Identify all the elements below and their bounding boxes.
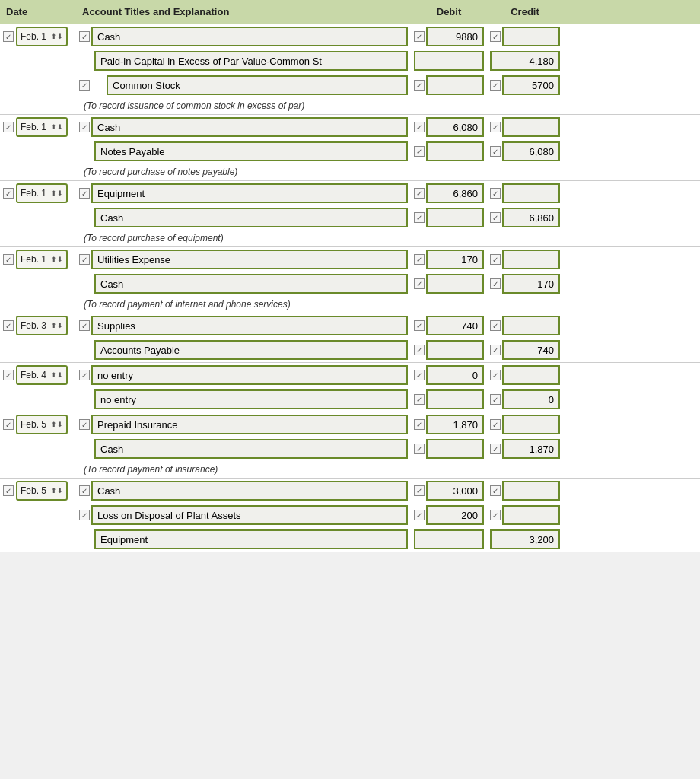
credit-input-5-0[interactable] <box>502 365 560 385</box>
check-credit-1-1[interactable] <box>490 146 501 157</box>
check-debit-2-1[interactable] <box>414 212 425 223</box>
credit-input-6-1[interactable]: 1,870 <box>502 439 560 459</box>
account-input-5-1[interactable]: no entry <box>94 390 408 409</box>
debit-input-6-0[interactable]: 1,870 <box>426 415 484 434</box>
debit-input-0-0[interactable]: 9880 <box>426 27 484 46</box>
check-credit-7-0[interactable] <box>490 485 501 496</box>
check-date-outer-5-0[interactable] <box>3 370 14 380</box>
check-acct-3-0[interactable] <box>79 254 90 265</box>
check-debit-7-0[interactable] <box>414 485 425 496</box>
check-credit-3-0[interactable] <box>490 254 501 265</box>
account-input-0-0[interactable]: Cash <box>91 27 408 46</box>
check-debit-4-1[interactable] <box>414 345 425 355</box>
check-credit-7-1[interactable] <box>490 510 501 520</box>
check-acct-7-0[interactable] <box>79 485 90 496</box>
check-date-outer-7-0[interactable] <box>3 485 14 496</box>
check-debit-0-2[interactable] <box>414 80 425 91</box>
check-debit-1-0[interactable] <box>414 122 425 132</box>
credit-input-2-1[interactable]: 6,860 <box>502 208 560 227</box>
check-debit-4-0[interactable] <box>414 320 425 331</box>
account-input-4-1[interactable]: Accounts Payable <box>94 340 408 360</box>
check-debit-3-0[interactable] <box>414 254 425 265</box>
check-acct-0-2[interactable] <box>79 80 90 91</box>
account-input-1-0[interactable]: Cash <box>91 117 408 137</box>
credit-input-7-1[interactable] <box>502 505 560 525</box>
account-input-6-0[interactable]: Prepaid Insurance <box>91 415 408 434</box>
credit-input-2-0[interactable] <box>502 183 560 203</box>
check-debit-1-1[interactable] <box>414 146 425 157</box>
check-debit-5-1[interactable] <box>414 394 425 405</box>
debit-input-7-1[interactable]: 200 <box>426 505 484 525</box>
debit-input-6-1[interactable] <box>426 439 484 459</box>
credit-input-4-1[interactable]: 740 <box>502 340 560 360</box>
check-credit-0-0[interactable] <box>490 31 501 42</box>
account-input-0-2[interactable]: Common Stock <box>107 75 408 95</box>
date-select-2[interactable]: Feb. 1⬆⬇ <box>16 183 68 203</box>
account-input-3-1[interactable]: Cash <box>94 274 408 294</box>
date-select-4[interactable]: Feb. 3⬆⬇ <box>16 316 68 335</box>
debit-input-0-1[interactable] <box>414 51 484 71</box>
debit-input-0-2[interactable] <box>426 75 484 95</box>
check-credit-1-0[interactable] <box>490 122 501 132</box>
check-acct-2-0[interactable] <box>79 188 90 199</box>
credit-input-3-0[interactable] <box>502 250 560 269</box>
credit-input-4-0[interactable] <box>502 316 560 335</box>
date-select-7[interactable]: Feb. 5⬆⬇ <box>16 481 68 501</box>
debit-input-5-1[interactable] <box>426 390 484 409</box>
check-debit-7-1[interactable] <box>414 510 425 520</box>
check-debit-2-0[interactable] <box>414 188 425 199</box>
credit-input-7-2[interactable]: 3,200 <box>490 529 560 549</box>
debit-input-7-2[interactable] <box>414 529 484 549</box>
debit-input-7-0[interactable]: 3,000 <box>426 481 484 501</box>
account-input-7-1[interactable]: Loss on Disposal of Plant Assets <box>91 505 408 525</box>
check-credit-6-1[interactable] <box>490 444 501 454</box>
debit-input-1-1[interactable] <box>426 141 484 161</box>
check-credit-6-0[interactable] <box>490 419 501 430</box>
credit-input-5-1[interactable]: 0 <box>502 390 560 409</box>
check-date-outer-1-0[interactable] <box>3 122 14 132</box>
check-credit-3-1[interactable] <box>490 278 501 289</box>
check-acct-6-0[interactable] <box>79 419 90 430</box>
account-input-2-1[interactable]: Cash <box>94 208 408 227</box>
check-acct-7-1[interactable] <box>79 510 90 520</box>
debit-input-1-0[interactable]: 6,080 <box>426 117 484 137</box>
account-input-2-0[interactable]: Equipment <box>91 183 408 203</box>
credit-input-3-1[interactable]: 170 <box>502 274 560 294</box>
check-debit-0-0[interactable] <box>414 31 425 42</box>
check-credit-4-1[interactable] <box>490 345 501 355</box>
check-date-outer-3-0[interactable] <box>3 254 14 265</box>
credit-input-1-0[interactable] <box>502 117 560 137</box>
credit-input-6-0[interactable] <box>502 415 560 434</box>
debit-input-3-1[interactable] <box>426 274 484 294</box>
check-date-outer-4-0[interactable] <box>3 320 14 331</box>
credit-input-7-0[interactable] <box>502 481 560 501</box>
debit-input-2-0[interactable]: 6,860 <box>426 183 484 203</box>
date-select-5[interactable]: Feb. 4⬆⬇ <box>16 365 68 385</box>
check-debit-6-0[interactable] <box>414 419 425 430</box>
account-input-7-0[interactable]: Cash <box>91 481 408 501</box>
check-credit-2-1[interactable] <box>490 212 501 223</box>
check-acct-5-0[interactable] <box>79 370 90 380</box>
check-acct-4-0[interactable] <box>79 320 90 331</box>
debit-input-4-0[interactable]: 740 <box>426 316 484 335</box>
date-select-6[interactable]: Feb. 5⬆⬇ <box>16 415 68 434</box>
credit-input-0-1[interactable]: 4,180 <box>490 51 560 71</box>
debit-input-4-1[interactable] <box>426 340 484 360</box>
date-select-1[interactable]: Feb. 1⬆⬇ <box>16 117 68 137</box>
check-credit-5-1[interactable] <box>490 394 501 405</box>
check-debit-5-0[interactable] <box>414 370 425 380</box>
credit-input-0-0[interactable] <box>502 27 560 46</box>
check-acct-1-0[interactable] <box>79 122 90 132</box>
account-input-6-1[interactable]: Cash <box>94 439 408 459</box>
check-date-outer-0-0[interactable] <box>3 31 14 42</box>
account-input-3-0[interactable]: Utilities Expense <box>91 250 408 269</box>
credit-input-1-1[interactable]: 6,080 <box>502 141 560 161</box>
debit-input-5-0[interactable]: 0 <box>426 365 484 385</box>
check-credit-0-2[interactable] <box>490 80 501 91</box>
date-select-3[interactable]: Feb. 1⬆⬇ <box>16 250 68 269</box>
account-input-7-2[interactable]: Equipment <box>94 529 408 549</box>
debit-input-3-0[interactable]: 170 <box>426 250 484 269</box>
account-input-5-0[interactable]: no entry <box>91 365 408 385</box>
date-select-0[interactable]: Feb. 1⬆⬇ <box>16 27 68 46</box>
debit-input-2-1[interactable] <box>426 208 484 227</box>
